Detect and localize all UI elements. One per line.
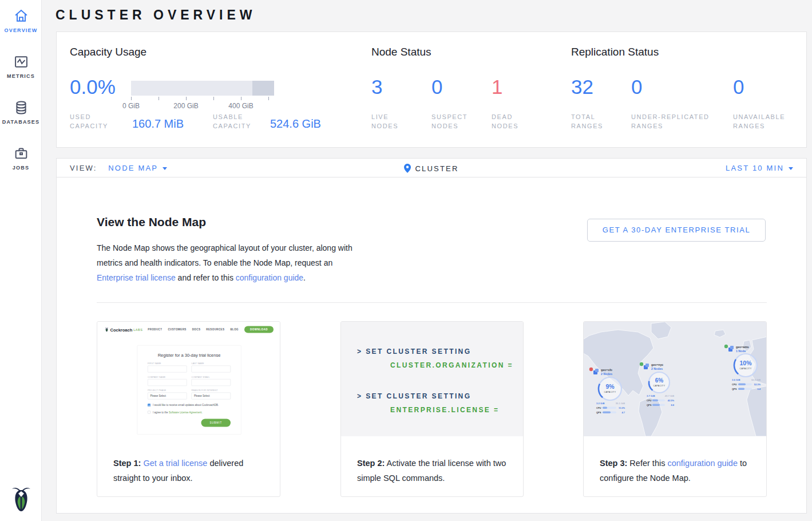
svg-text:2 Nodes: 2 Nodes bbox=[651, 367, 663, 370]
axis-tick bbox=[213, 97, 214, 100]
step-1-card: Cockroach LABS PRODUCT CUSTOMERS DOCS RE… bbox=[97, 321, 280, 497]
get-trial-license-link[interactable]: Get a trial license bbox=[143, 459, 207, 468]
axis-tick-label: 0 GiB bbox=[114, 102, 148, 110]
axis-tick bbox=[131, 97, 132, 100]
mini-submit-button: SUBMIT bbox=[201, 419, 231, 427]
axis-tick bbox=[268, 97, 269, 100]
svg-text:8.8: 8.8 bbox=[671, 404, 674, 406]
unavailable-ranges-value: 0 bbox=[733, 76, 744, 98]
axis-tick bbox=[159, 97, 159, 100]
svg-text:CAPACITY: CAPACITY bbox=[740, 368, 752, 370]
svg-text:9%: 9% bbox=[605, 383, 615, 390]
svg-text:43.7 GiB: 43.7 GiB bbox=[665, 394, 675, 397]
home-icon bbox=[13, 8, 29, 24]
node-status-title: Node Status bbox=[371, 46, 431, 58]
sql-setting-line: CLUSTER.ORGANIZATION = bbox=[390, 358, 523, 372]
sidebar-item-metrics[interactable]: METRICS bbox=[0, 54, 42, 79]
svg-text:3.2 GiB: 3.2 GiB bbox=[596, 402, 604, 405]
mini-checkbox bbox=[148, 411, 150, 414]
dead-nodes-label: DEAD NODES bbox=[492, 112, 537, 131]
live-nodes-label: LIVE NODES bbox=[371, 112, 417, 131]
sql-prompt-line: > SET CLUSTER SETTING bbox=[357, 389, 523, 403]
capacity-used-percent: 0.0% bbox=[70, 76, 116, 98]
mini-checkbox-label: I agree to the bbox=[153, 411, 168, 414]
time-range-dropdown[interactable]: LAST 10 MIN bbox=[726, 164, 793, 172]
mini-field-label: COMPANY NAME bbox=[148, 376, 187, 378]
svg-text:geo=nyc: geo=nyc bbox=[651, 363, 663, 366]
suspect-nodes-label: SUSPECT NODES bbox=[431, 112, 477, 131]
svg-text:11.0%: 11.0% bbox=[619, 406, 625, 409]
sidebar-item-label: METRICS bbox=[0, 73, 42, 79]
mini-nav-item: PRODUCT bbox=[148, 328, 162, 331]
configuration-guide-link[interactable]: configuration guide bbox=[667, 459, 738, 468]
usable-capacity-value: 524.6 GiB bbox=[270, 117, 321, 131]
used-capacity-label: USED CAPACITY bbox=[70, 112, 118, 131]
svg-text:4.7: 4.7 bbox=[621, 411, 625, 414]
svg-text:10%: 10% bbox=[739, 360, 752, 366]
usable-capacity-label: USABLE CAPACITY bbox=[213, 112, 261, 131]
capacity-bar bbox=[131, 81, 274, 96]
sidebar-item-overview[interactable]: OVERVIEW bbox=[0, 8, 42, 33]
svg-text:CPU: CPU bbox=[647, 399, 652, 402]
mini-field-label: PROJECT PHASE bbox=[148, 389, 187, 392]
axis-tick bbox=[186, 97, 187, 100]
dead-nodes-value: 1 bbox=[492, 76, 502, 98]
sidebar-item-jobs[interactable]: JOBS bbox=[0, 145, 42, 171]
mini-checkbox-checked bbox=[148, 404, 150, 406]
caption-text: Refer this bbox=[627, 459, 667, 468]
sidebar-item-label: OVERVIEW bbox=[0, 27, 42, 33]
svg-text:42.5%: 42.5% bbox=[668, 399, 675, 402]
section-divider bbox=[97, 302, 767, 303]
mini-license-link: Software License Agreement. bbox=[169, 411, 203, 414]
sidebar-item-label: DATABASES bbox=[0, 119, 42, 125]
mini-input bbox=[148, 366, 187, 373]
svg-text:3.6 GiB: 3.6 GiB bbox=[732, 378, 740, 381]
svg-text:52.3%: 52.3% bbox=[754, 383, 761, 386]
page-title: CLUSTER OVERVIEW bbox=[56, 7, 256, 23]
mini-input bbox=[148, 379, 187, 386]
node-map-heading: View the Node Map bbox=[97, 215, 206, 229]
cockroachdb-logo bbox=[0, 484, 42, 516]
svg-text:CAPACITY: CAPACITY bbox=[604, 391, 616, 393]
mini-logo-suffix: LABS bbox=[133, 328, 142, 331]
svg-text:QPS: QPS bbox=[732, 388, 737, 390]
mini-nav-item: RESOURCES bbox=[206, 328, 224, 331]
page-background bbox=[0, 514, 812, 521]
enterprise-trial-license-link[interactable]: Enterprise trial license bbox=[97, 273, 176, 282]
svg-text:QPS: QPS bbox=[596, 411, 601, 414]
svg-text:CPU: CPU bbox=[596, 406, 601, 409]
mini-field-label: FIRST NAME bbox=[148, 362, 187, 365]
mini-select: Please Select bbox=[148, 393, 187, 400]
svg-text:CPU: CPU bbox=[732, 383, 737, 386]
node-map-preview-image: geo=sfo 2 Nodes 9% CAPACITY 3.2 GiB 35.1… bbox=[584, 322, 766, 436]
mini-download-button: DOWNLOAD bbox=[244, 326, 274, 333]
jobs-icon bbox=[13, 145, 29, 161]
step-3-caption: Step 3: Refer this configuration guide t… bbox=[584, 436, 766, 486]
view-bar: VIEW: NODE MAP CLUSTER LAST 10 MIN bbox=[56, 158, 807, 177]
enterprise-trial-button[interactable]: GET A 30-DAY ENTERPRISE TRIAL bbox=[587, 219, 766, 242]
svg-text:1 Node: 1 Node bbox=[736, 349, 746, 353]
time-range-value: LAST 10 MIN bbox=[726, 164, 784, 172]
step-label: Step 1: bbox=[113, 459, 141, 468]
sql-setting-line: ENTERPRISE.LICENSE = bbox=[390, 403, 523, 417]
total-ranges-label: TOTAL RANGES bbox=[571, 112, 617, 131]
databases-icon bbox=[13, 100, 29, 116]
mini-field-label: LAST NAME bbox=[192, 362, 231, 365]
configuration-guide-link[interactable]: configuration guide bbox=[236, 273, 303, 282]
node-map-panel: View the Node Map GET A 30-DAY ENTERPRIS… bbox=[56, 177, 807, 514]
mini-nav-item: DOCS bbox=[192, 328, 201, 331]
svg-text:3.7 GiB: 3.7 GiB bbox=[647, 394, 655, 397]
chevron-down-icon bbox=[789, 167, 793, 170]
svg-text:CAPACITY: CAPACITY bbox=[653, 385, 666, 387]
mini-nav-item: BLOG bbox=[230, 328, 239, 331]
mini-select: Please Select bbox=[192, 393, 231, 400]
metrics-icon bbox=[13, 54, 29, 70]
suspect-nodes-value: 0 bbox=[431, 76, 442, 98]
sidebar-item-databases[interactable]: DATABASES bbox=[0, 100, 42, 125]
axis-tick-label: 200 GiB bbox=[169, 102, 203, 110]
live-nodes-value: 3 bbox=[371, 76, 382, 98]
under-replicated-ranges-value: 0 bbox=[631, 76, 642, 98]
svg-text:QPS: QPS bbox=[647, 404, 652, 406]
total-ranges-value: 32 bbox=[571, 76, 593, 98]
trial-registration-screenshot: Cockroach LABS PRODUCT CUSTOMERS DOCS RE… bbox=[97, 322, 280, 436]
